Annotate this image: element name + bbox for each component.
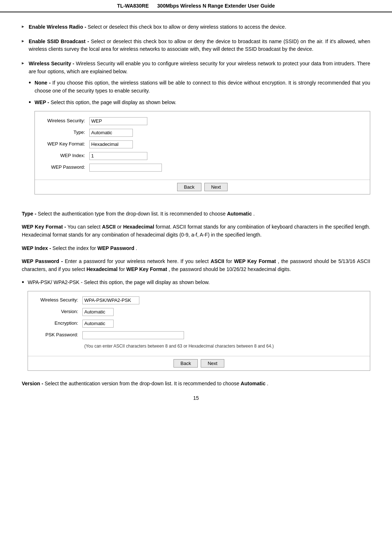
sub-dot-wpa: • <box>22 279 24 287</box>
wpa-encryption-select-wrap[interactable]: Automatic <box>82 320 114 328</box>
wep-password-description: WEP Password - Enter a password for your… <box>22 257 370 274</box>
wp-bold1: ASCII <box>211 258 224 264</box>
version-description: Version - Select the authentication vers… <box>22 379 370 387</box>
wep-wireless-security-label: Wireless Security: <box>42 117 89 124</box>
ver-bold: Automatic <box>241 381 265 386</box>
wpa-next-button[interactable]: Next <box>201 359 224 368</box>
sub-content-wpa: WPA-PSK/ WPA2-PSK - Select this option, … <box>28 279 370 376</box>
wpa-security-select-wrap[interactable]: WPA-PSK/WPA2-PSK <box>82 296 139 304</box>
wpa-form-box: Wireless Security: WPA-PSK/WPA2-PSK Vers… <box>28 291 370 371</box>
wep-key-format-select-wrap[interactable]: Hexadecimal <box>89 140 133 148</box>
wep-password-label: WEP Password: <box>42 164 89 171</box>
wpa-encryption-label: Encryption: <box>35 320 82 327</box>
sub-term-wep: WEP - <box>34 99 49 105</box>
wep-key-format-select[interactable]: Hexadecimal <box>89 140 133 148</box>
sub-term-none: None - <box>34 80 50 86</box>
type-text: Select the authentication type from the … <box>38 211 227 217</box>
model-name: TL-WA830RE <box>117 3 149 9</box>
wp-bold2: WEP Key Format <box>234 258 276 264</box>
wep-type-select-wrap[interactable]: Automatic <box>89 129 133 137</box>
sub-bullet-list: • None - If you choose this option, the … <box>29 79 370 199</box>
wep-index-description: WEP Index - Select the index for WEP Pas… <box>22 244 370 252</box>
bullet-text-3: Wireless Security will enable you to con… <box>29 61 370 74</box>
ver-end: . <box>267 381 268 386</box>
wep-type-label: Type: <box>42 129 89 136</box>
bullet-term-1: Enable Wireless Radio - <box>29 24 86 30</box>
type-bold: Automatic <box>227 211 252 217</box>
wep-password-row: WEP Password: <box>42 164 363 172</box>
bullet-wireless-security: ▸ Wireless Security - Wireless Security … <box>22 60 370 203</box>
bullet-arrow-1: ▸ <box>22 24 24 29</box>
bullet-arrow-3: ▸ <box>22 60 24 66</box>
wpa-sub-text: Select this option, the page will displa… <box>84 279 209 285</box>
wp-bold4: WEP Key Format <box>126 266 167 272</box>
wpa-form-footer: Back Next <box>28 356 370 370</box>
doc-title: 300Mbps Wireless N Range Extender User G… <box>157 3 275 9</box>
wpa-version-row: Version: Automatic <box>35 308 363 316</box>
bullet-enable-ssid: ▸ Enable SSID Broadcast - Select or dese… <box>22 38 370 53</box>
wep-key-format-description: WEP Key Format - You can select ASCII or… <box>22 223 370 239</box>
wpa-hint-text: (You can enter ASCII characters between … <box>84 343 363 350</box>
wp-text4: for <box>119 266 126 272</box>
sub-dot-2: • <box>29 99 31 107</box>
sub-bullet-none: • None - If you choose this option, the … <box>29 79 370 95</box>
sub-bullet-wpa: • WPA-PSK/ WPA2-PSK - Select this option… <box>22 279 370 376</box>
wep-index-select[interactable]: 1 <box>89 152 147 160</box>
header-text: TL-WA830RE 300Mbps Wireless N Range Exte… <box>117 3 275 9</box>
wpa-psk-password-input[interactable] <box>82 331 184 339</box>
main-content: ▸ Enable Wireless Radio - Select or dese… <box>0 12 392 415</box>
sub-content-none: None - If you choose this option, the wi… <box>34 79 370 95</box>
wp-text: Enter a password for your wireless netwo… <box>65 258 211 264</box>
wp-term: WEP Password - <box>22 258 63 264</box>
wep-index-label: WEP Index: <box>42 152 89 159</box>
wkf-bold1: ASCII <box>102 224 115 230</box>
page-header: TL-WA830RE 300Mbps Wireless N Range Exte… <box>0 0 392 12</box>
wep-key-format-row: WEP Key Format: Hexadecimal <box>42 140 363 148</box>
sub-text-wep: Select this option, the page will displa… <box>50 99 176 105</box>
wep-security-select-wrap[interactable]: WEP <box>89 117 147 125</box>
bullet-term-3: Wireless Security - <box>29 61 74 66</box>
wi-text: Select the index for <box>53 245 98 251</box>
wpa-version-label: Version: <box>35 308 82 315</box>
bullet-content-2: Enable SSID Broadcast - Select or desele… <box>29 38 370 53</box>
wep-password-input[interactable] <box>89 164 162 172</box>
wep-next-button[interactable]: Next <box>204 183 228 191</box>
wkf-text2: or <box>117 224 123 230</box>
wp-bold3: Hexadecimal <box>86 266 118 272</box>
wep-index-select-wrap[interactable]: 1 <box>89 152 147 160</box>
sub-dot-1: • <box>29 79 31 87</box>
wpa-version-select-wrap[interactable]: Automatic <box>82 308 114 316</box>
wep-form-inner: Wireless Security: WEP <box>35 111 370 178</box>
wpa-version-select[interactable]: Automatic <box>82 308 114 316</box>
wep-wireless-security-row: Wireless Security: WEP <box>42 117 363 125</box>
wep-back-button[interactable]: Back <box>177 183 201 191</box>
wep-type-select[interactable]: Automatic <box>89 129 133 137</box>
sub-bullet-wep: • WEP - Select this option, the page wil… <box>29 99 370 200</box>
wp-text5: , the password should be 10/26/32 hexade… <box>168 266 291 272</box>
bullet-text-1: Select or deselect this check box to all… <box>87 24 286 30</box>
wpa-sub-term: WPA-PSK/ WPA2-PSK - <box>28 279 82 285</box>
bullet-term-2: Enable SSID Broadcast - <box>29 38 89 44</box>
wpa-encryption-row: Encryption: Automatic <box>35 320 363 328</box>
page-container: TL-WA830RE 300Mbps Wireless N Range Exte… <box>0 0 392 554</box>
type-description: Type - Select the authentication type fr… <box>22 210 370 218</box>
wpa-back-button[interactable]: Back <box>173 359 198 368</box>
wkf-term: WEP Key Format - <box>22 224 66 230</box>
wep-form-box: Wireless Security: WEP <box>34 111 370 194</box>
ver-term: Version - <box>22 381 43 386</box>
wp-text2: for <box>226 258 234 264</box>
wi-bold: WEP Password <box>97 245 134 251</box>
bullet-arrow-2: ▸ <box>22 38 24 44</box>
wpa-form-inner: Wireless Security: WPA-PSK/WPA2-PSK Vers… <box>28 291 370 355</box>
bullet-content-3: Wireless Security - Wireless Security wi… <box>29 60 370 203</box>
wpa-encryption-select[interactable]: Automatic <box>82 320 114 328</box>
wkf-text: You can select <box>68 224 102 230</box>
wpa-psk-password-label: PSK Password: <box>35 331 82 338</box>
ver-text: Select the authentication version from t… <box>45 381 241 386</box>
wep-key-format-label: WEP Key Format: <box>42 140 89 148</box>
wpa-security-select[interactable]: WPA-PSK/WPA2-PSK <box>82 296 139 304</box>
bullet-enable-wireless: ▸ Enable Wireless Radio - Select or dese… <box>22 23 370 31</box>
sub-content-wep: WEP - Select this option, the page will … <box>34 99 370 200</box>
wpa-psk-password-row: PSK Password: <box>35 331 363 339</box>
wep-security-select[interactable]: WEP <box>89 117 147 125</box>
